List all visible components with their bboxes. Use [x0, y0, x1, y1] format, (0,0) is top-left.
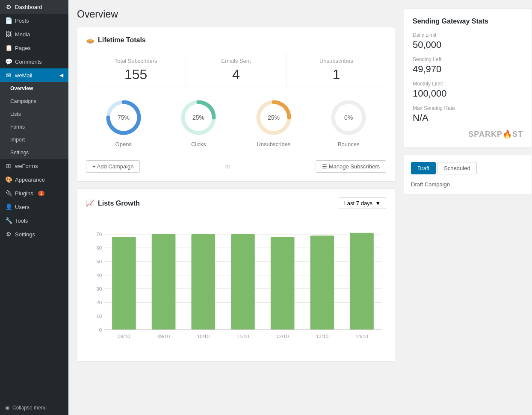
dropdown-label: Last 7 days — [344, 200, 373, 206]
svg-rect-28 — [112, 237, 136, 330]
svg-text:0: 0 — [99, 327, 102, 333]
sidebar-label-wemail: weMail — [15, 72, 32, 79]
sidebar-item-dashboard[interactable]: ⚙Dashboard — [0, 0, 68, 14]
appearance-icon: 🎨 — [5, 176, 12, 183]
svg-text:10: 10 — [96, 313, 102, 319]
pie-icon: 🥧 — [86, 36, 95, 44]
gateway-stat-label: Monthly Limit — [413, 81, 523, 87]
campaigns-tabs: DraftScheduled — [411, 162, 525, 174]
sidebar-label-appearance: Appearance — [15, 177, 45, 183]
sidebar-label-users: Users — [15, 204, 30, 210]
gateway-stat-label: Sending Left — [413, 56, 523, 62]
svg-text:60: 60 — [96, 245, 102, 250]
sidebar-item-wemail[interactable]: ✉weMail◀ — [0, 68, 68, 82]
collapse-menu[interactable]: ◉ Collapse menu — [0, 400, 68, 415]
svg-rect-36 — [271, 237, 295, 330]
sidebar-label-posts: Posts — [15, 18, 29, 24]
sidebar: ⚙Dashboard📄Posts🖼Media📋Pages💬Comments✉we… — [0, 0, 68, 415]
svg-text:12/10: 12/10 — [276, 333, 289, 339]
svg-text:11/10: 11/10 — [236, 333, 249, 339]
sidebar-item-pages[interactable]: 📋Pages — [0, 41, 68, 55]
settings-icon: ⚙ — [5, 231, 12, 238]
pages-icon: 📋 — [5, 44, 12, 51]
sidebar-item-posts[interactable]: 📄Posts — [0, 14, 68, 27]
sidebar-label-weforms: weForms — [15, 163, 38, 169]
svg-text:20: 20 — [96, 300, 102, 305]
gateway-stat-daily-limit: Daily Limit50,000 — [413, 32, 523, 50]
gateway-card: Sending Gateway Stats Daily Limit50,000S… — [404, 9, 532, 148]
gateway-stat-label: Daily Limit — [413, 32, 523, 38]
sidebar-item-forms[interactable]: Forms — [0, 121, 68, 133]
svg-text:25%: 25% — [192, 114, 204, 121]
svg-text:0%: 0% — [344, 114, 353, 121]
wemail-icon: ✉ — [5, 72, 12, 79]
main-content: Overview 🥧 Lifetime Totals Total Subscri… — [68, 0, 404, 415]
chevron-down-icon: ▼ — [375, 200, 381, 206]
svg-text:25%: 25% — [268, 114, 280, 121]
donut-bounces: 0% Bounces — [329, 98, 368, 147]
donut-label-opens: Opens — [115, 141, 132, 147]
sidebar-label-campaigns: Campaigns — [10, 98, 36, 104]
add-campaign-button[interactable]: + Add Campaign — [86, 160, 140, 173]
donut-clicks: 25% Clicks — [179, 98, 218, 147]
sidebar-item-campaigns[interactable]: Campaigns — [0, 95, 68, 108]
stat-label: Emails Sent — [186, 58, 286, 64]
svg-text:40: 40 — [96, 272, 102, 278]
chart-header: 📈 Lists Growth Last 7 days ▼ — [86, 197, 386, 209]
sidebar-item-media[interactable]: 🖼Media — [0, 27, 68, 41]
donut-label-unsubscribes: Unsubscribes — [257, 141, 290, 147]
sidebar-item-users[interactable]: 👤Users — [0, 200, 68, 214]
lifetime-header: 🥧 Lifetime Totals — [86, 36, 386, 44]
stat-col-unsubscribes: Unsubscribes1 — [287, 53, 386, 88]
stat-value: 4 — [186, 67, 286, 82]
tab-draft[interactable]: Draft — [411, 162, 436, 174]
stat-value: 1 — [287, 67, 386, 82]
right-panel: Sending Gateway Stats Daily Limit50,000S… — [404, 0, 532, 415]
sidebar-label-lists: Lists — [10, 111, 21, 117]
date-range-dropdown[interactable]: Last 7 days ▼ — [339, 197, 386, 209]
or-label: or — [225, 163, 231, 170]
svg-text:10/10: 10/10 — [197, 333, 210, 339]
donut-svg-clicks: 25% — [179, 98, 218, 137]
sidebar-item-tools[interactable]: 🔧Tools — [0, 214, 68, 227]
donut-label-clicks: Clicks — [191, 141, 206, 147]
donut-svg-unsubscribes: 25% — [254, 98, 293, 137]
donut-svg-bounces: 0% — [329, 98, 368, 137]
collapse-icon: ◉ — [5, 405, 9, 411]
sidebar-item-plugins[interactable]: 🔌Plugins1 — [0, 186, 68, 200]
svg-rect-40 — [350, 233, 374, 330]
donut-opens: 75% Opens — [104, 98, 143, 147]
stat-label: Total Subscribers — [86, 58, 186, 64]
donut-label-bounces: Bounces — [338, 141, 360, 147]
sidebar-item-settings[interactable]: ⚙Settings — [0, 227, 68, 241]
gateway-stat-sending-left: Sending Left49,970 — [413, 56, 523, 75]
sidebar-item-weforms[interactable]: ⊞weForms — [0, 159, 68, 173]
tab-scheduled[interactable]: Scheduled — [437, 162, 476, 174]
media-icon: 🖼 — [5, 31, 12, 38]
sidebar-label-overview: Overview — [10, 85, 33, 91]
manage-subscribers-button[interactable]: ☰ Manage Subscribers — [316, 160, 386, 173]
lists-growth-card: 📈 Lists Growth Last 7 days ▼ 01020304050… — [77, 188, 395, 362]
sidebar-item-lists[interactable]: Lists — [0, 108, 68, 121]
campaigns-card: DraftScheduled Draft Campaign — [404, 155, 532, 195]
lifetime-totals-card: 🥧 Lifetime Totals Total Subscribers155Em… — [77, 27, 395, 182]
sidebar-item-overview[interactable]: Overview — [0, 82, 68, 95]
tools-icon: 🔧 — [5, 217, 12, 224]
svg-text:13/10: 13/10 — [316, 333, 329, 339]
sidebar-label-settings: Settings — [15, 231, 35, 238]
chevron-icon: ◀ — [59, 72, 63, 78]
sidebar-item-comments[interactable]: 💬Comments — [0, 55, 68, 68]
donut-svg-opens: 75% — [104, 98, 143, 137]
svg-rect-32 — [191, 234, 215, 330]
svg-text:08/10: 08/10 — [118, 333, 130, 339]
sidebar-item-import[interactable]: Import — [0, 133, 68, 146]
users-icon: 👤 — [5, 203, 12, 210]
svg-text:70: 70 — [96, 231, 102, 237]
svg-text:14/10: 14/10 — [355, 333, 368, 339]
svg-rect-38 — [310, 235, 334, 330]
plugins-icon: 🔌 — [5, 190, 12, 197]
svg-rect-30 — [152, 234, 176, 330]
sidebar-item-settings-sub[interactable]: Settings — [0, 146, 68, 159]
sidebar-item-appearance[interactable]: 🎨Appearance — [0, 173, 68, 186]
gateway-stat-label: Max Sending Rate — [413, 105, 523, 111]
